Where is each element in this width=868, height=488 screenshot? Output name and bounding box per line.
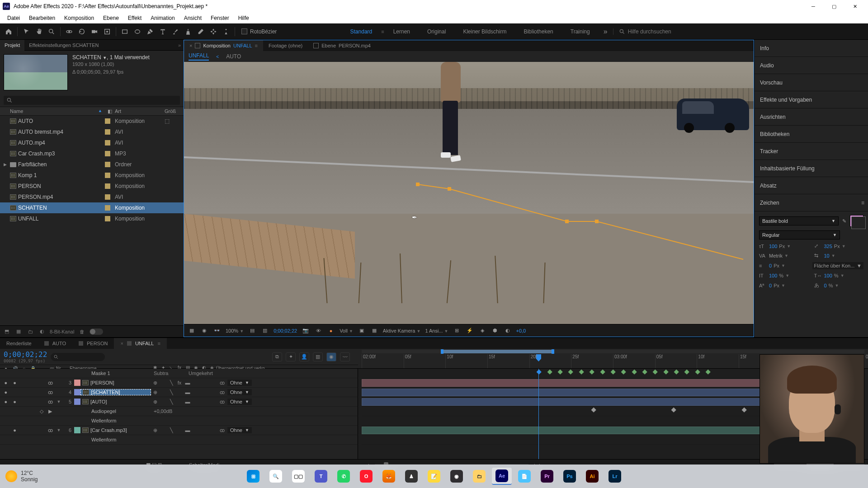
tab-footage[interactable]: Footage (ohne) xyxy=(263,40,308,51)
app-photoshop[interactable]: Ps xyxy=(560,468,580,485)
lock-icon[interactable] xyxy=(195,43,200,48)
app-firefox[interactable]: 🦊 xyxy=(379,468,399,485)
adjust-icon[interactable]: ◐ xyxy=(38,328,46,336)
timecode[interactable]: 0;00;02;22 xyxy=(4,350,47,359)
lock-icon[interactable] xyxy=(313,43,319,48)
new-comp-icon[interactable]: ▦ xyxy=(14,328,23,336)
workspace-training[interactable]: Training xyxy=(562,28,598,35)
puppet-tool-icon[interactable] xyxy=(220,26,232,38)
layer-row[interactable]: ●ꝏ▼6[Car Crash.mp3]⊕╲▬ꝏOhne▼ xyxy=(0,426,358,435)
alpha-icon[interactable]: ▦ xyxy=(188,327,196,334)
panel-absatz[interactable]: Absatz xyxy=(755,177,868,194)
search-button[interactable]: 🔍 xyxy=(266,468,286,485)
orbit-tool-icon[interactable] xyxy=(63,26,75,38)
panel-bibliotheken[interactable]: Bibliotheken xyxy=(755,126,868,143)
project-row[interactable]: UNFALLKomposition xyxy=(0,213,184,224)
layer-row[interactable]: Maske 1SubtraUmgekehrt xyxy=(0,369,358,378)
close-icon[interactable]: × xyxy=(189,43,192,48)
exposure-value[interactable]: +0,0 xyxy=(516,328,526,333)
menu-bearbeiten[interactable]: Bearbeiten xyxy=(24,15,60,21)
panel-overflow-icon[interactable]: » xyxy=(175,42,184,48)
app-lightroom[interactable]: Lr xyxy=(605,468,625,485)
stroke-width[interactable]: ≡0 Px▼ xyxy=(759,262,807,269)
mask-toggle-icon[interactable]: 👓 xyxy=(213,327,221,334)
workspace-original[interactable]: Original xyxy=(419,28,454,35)
menu-ansicht[interactable]: Ansicht xyxy=(179,15,206,21)
channel-icon[interactable]: ◉ xyxy=(200,327,208,334)
project-row[interactable]: PERSONKomposition xyxy=(0,181,184,192)
bpc-label[interactable]: 8-Bit-Kanal xyxy=(50,329,74,334)
layer-row[interactable]: Wellenform xyxy=(0,416,358,426)
panel-ausrichten[interactable]: Ausrichten xyxy=(755,108,868,126)
resolution-select[interactable]: Voll ▼ xyxy=(340,328,353,333)
app-illustrator[interactable]: Ai xyxy=(582,468,602,485)
roi-icon[interactable]: ▣ xyxy=(358,327,366,334)
col-label-icon[interactable]: ◧ xyxy=(105,108,115,114)
app-chess[interactable]: ♟ xyxy=(401,468,421,485)
layer-row[interactable]: ●ꝏ4[SCHATTEN]⊕╲▬ꝏOhne▼ xyxy=(0,388,358,397)
fill-mode[interactable]: Fläche über Kon...▼ xyxy=(812,262,864,269)
panel-zeichen[interactable]: Zeichen≡ xyxy=(755,194,868,211)
col-size[interactable]: Größ xyxy=(165,108,184,114)
project-row[interactable]: AUTOKomposition⬚ xyxy=(0,116,184,127)
close-button[interactable]: ✕ xyxy=(844,0,865,13)
toggle-switch[interactable] xyxy=(90,328,103,335)
tab-composition[interactable]: × Komposition UNFALL ≡ xyxy=(184,40,263,51)
fast-preview-icon[interactable]: ⚡ xyxy=(466,327,474,334)
vscale[interactable]: IT100 %▼ xyxy=(759,273,809,278)
draft3d-icon[interactable]: ✦ xyxy=(286,352,296,361)
project-row[interactable]: AUTO.mp4AVI xyxy=(0,137,184,148)
home-icon[interactable] xyxy=(3,26,14,38)
tsume[interactable]: あ0 %▼ xyxy=(814,282,864,289)
composition-viewer[interactable]: ✒ xyxy=(184,62,754,324)
guides-icon[interactable]: ▥ xyxy=(261,327,269,334)
workspace-standard[interactable]: Standard xyxy=(342,28,381,35)
shy-icon[interactable]: 👤 xyxy=(299,352,309,361)
app-aftereffects[interactable]: Ae xyxy=(492,468,512,485)
menu-fenster[interactable]: Fenster xyxy=(206,15,234,21)
app-notes[interactable]: 📝 xyxy=(424,468,444,485)
kerning[interactable]: VAMetrik▼ xyxy=(759,253,809,258)
tab-layer[interactable]: Ebene PERSON.mp4 xyxy=(308,40,376,51)
layer-row[interactable]: ◇▶Audiopegel+0,00dB xyxy=(0,407,358,416)
views-count[interactable]: 1 Ansi... ▼ xyxy=(425,328,448,333)
project-row[interactable]: SCHATTENKomposition xyxy=(0,202,184,213)
clone-tool-icon[interactable] xyxy=(182,26,194,38)
col-art[interactable]: Art xyxy=(115,108,165,114)
menu-komposition[interactable]: Komposition xyxy=(60,15,99,21)
style-select[interactable]: Regular▼ xyxy=(759,230,840,239)
app-premiere[interactable]: Pr xyxy=(537,468,557,485)
app-whatsapp[interactable]: ✆ xyxy=(334,468,354,485)
project-row[interactable]: Car Crash.mp3MP3 xyxy=(0,148,184,159)
zoom-tool-icon[interactable] xyxy=(46,26,57,38)
rotobezier-checkbox[interactable]: RotoBézier xyxy=(238,28,280,35)
brush-tool-icon[interactable] xyxy=(170,26,181,38)
start-button[interactable]: ⊞ xyxy=(243,468,263,485)
viewer-timecode[interactable]: 0;00;02;22 xyxy=(274,328,297,333)
frame-blend-icon[interactable]: ▥ xyxy=(313,352,323,361)
leading[interactable]: ⤢325 Px▼ xyxy=(814,243,864,249)
menu-hilfe[interactable]: Hilfe xyxy=(234,15,254,21)
col-name[interactable]: Name▲ xyxy=(0,108,105,114)
text-tool-icon[interactable] xyxy=(157,26,169,38)
app-teams[interactable]: T xyxy=(311,468,331,485)
help-search[interactable]: Hilfe durchsuchen xyxy=(613,28,726,35)
menu-ebene[interactable]: Ebene xyxy=(99,15,123,21)
cti-line[interactable] xyxy=(538,369,539,459)
pixel-aspect-icon[interactable]: ⊞ xyxy=(453,327,461,334)
layer-row[interactable]: Wellenform xyxy=(0,435,358,445)
tab-person[interactable]: PERSON xyxy=(72,338,114,349)
project-row[interactable]: ▶FarbflächenOrdner xyxy=(0,159,184,170)
menu-effekt[interactable]: Effekt xyxy=(123,15,146,21)
tracking[interactable]: ⇆10▼ xyxy=(814,253,864,258)
tab-auto[interactable]: AUTO xyxy=(38,338,72,349)
anchor-tool-icon[interactable] xyxy=(101,26,113,38)
app-explorer[interactable]: 🗀 xyxy=(469,468,489,485)
app-obs[interactable]: ◉ xyxy=(447,468,467,485)
flow-unfall[interactable]: UNFALL xyxy=(189,52,209,61)
menu-datei[interactable]: Datei xyxy=(3,15,24,21)
panel-tracker[interactable]: Tracker xyxy=(755,143,868,160)
baseline[interactable]: Aª0 Px▼ xyxy=(759,282,809,289)
show-snapshot-icon[interactable]: 👁 xyxy=(314,327,322,334)
project-row[interactable]: AUTO bremst.mp4AVI xyxy=(0,127,184,137)
